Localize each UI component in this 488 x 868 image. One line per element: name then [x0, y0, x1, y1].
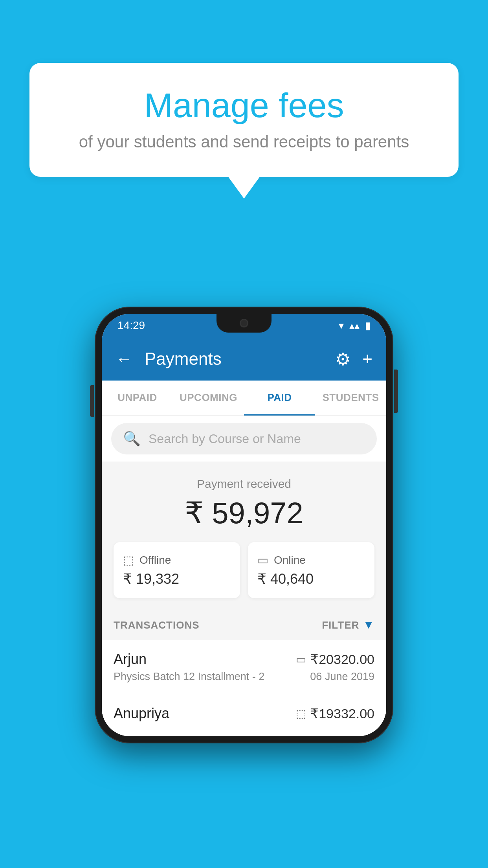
- app-bar-title: Payments: [145, 349, 323, 369]
- transaction-course-arjun: Physics Batch 12 Installment - 2: [114, 671, 264, 683]
- phone-screen: 14:29 ▾ ▴▴ ▮ ← Payments ⚙ + UNPAID UPCOM…: [102, 314, 386, 736]
- transactions-label: TRANSACTIONS: [114, 619, 200, 631]
- payment-summary: Payment received ₹ 59,972 ⬚ Offline ₹ 19…: [102, 462, 386, 610]
- offline-icon-anupriya: ⬚: [296, 707, 306, 720]
- status-time: 14:29: [117, 319, 145, 332]
- volume-button: [90, 385, 94, 417]
- transaction-top-anupriya: Anupriya ⬚ ₹19332.00: [114, 705, 374, 722]
- speech-bubble-subtitle: of your students and send receipts to pa…: [61, 132, 427, 151]
- search-input[interactable]: Search by Course or Name: [149, 432, 301, 446]
- power-button: [394, 370, 398, 413]
- search-container: 🔍 Search by Course or Name: [102, 416, 386, 462]
- offline-label: Offline: [139, 554, 171, 566]
- transaction-amount-arjun: ▭ ₹20320.00: [296, 651, 374, 667]
- offline-icon: ⬚: [123, 553, 134, 567]
- transaction-name-anupriya: Anupriya: [114, 705, 169, 722]
- online-label: Online: [274, 554, 306, 566]
- online-card-header: ▭ Online: [257, 553, 365, 567]
- transaction-date-arjun: 06 June 2019: [310, 671, 374, 683]
- payment-cards: ⬚ Offline ₹ 19,332 ▭ Online ₹ 40,640: [114, 542, 374, 598]
- payment-received-label: Payment received: [114, 477, 374, 491]
- tab-students[interactable]: STUDENTS: [315, 381, 386, 416]
- transaction-row-anupriya[interactable]: Anupriya ⬚ ₹19332.00: [102, 694, 386, 736]
- phone-outer: 14:29 ▾ ▴▴ ▮ ← Payments ⚙ + UNPAID UPCOM…: [95, 307, 393, 743]
- speech-bubble-title: Manage fees: [61, 86, 427, 125]
- speech-bubble-arrow: [228, 177, 260, 199]
- battery-icon: ▮: [365, 320, 371, 332]
- filter-label: FILTER: [322, 619, 359, 631]
- payment-total-amount: ₹ 59,972: [114, 495, 374, 530]
- tab-unpaid[interactable]: UNPAID: [102, 381, 173, 416]
- offline-amount: ₹ 19,332: [123, 571, 231, 587]
- tabs-bar: UNPAID UPCOMING PAID STUDENTS: [102, 381, 386, 416]
- transaction-bottom-arjun: Physics Batch 12 Installment - 2 06 June…: [114, 671, 374, 683]
- notch: [216, 314, 272, 333]
- transaction-amount-value-arjun: ₹20320.00: [310, 651, 374, 667]
- app-bar: ← Payments ⚙ +: [102, 337, 386, 381]
- tab-upcoming[interactable]: UPCOMING: [173, 381, 244, 416]
- speech-bubble-container: Manage fees of your students and send re…: [29, 63, 459, 199]
- offline-card: ⬚ Offline ₹ 19,332: [114, 542, 240, 598]
- online-icon: ▭: [257, 553, 268, 567]
- settings-button[interactable]: ⚙: [335, 349, 350, 369]
- transaction-top-arjun: Arjun ▭ ₹20320.00: [114, 651, 374, 668]
- speech-bubble: Manage fees of your students and send re…: [29, 63, 459, 177]
- filter-button[interactable]: FILTER ▼: [322, 619, 374, 631]
- transaction-name-arjun: Arjun: [114, 651, 147, 668]
- transactions-header: TRANSACTIONS FILTER ▼: [102, 610, 386, 640]
- add-button[interactable]: +: [362, 349, 372, 369]
- signal-icon: ▴▴: [349, 320, 360, 332]
- tab-paid[interactable]: PAID: [244, 381, 315, 416]
- filter-icon: ▼: [363, 619, 374, 631]
- status-icons: ▾ ▴▴ ▮: [339, 320, 371, 332]
- search-bar[interactable]: 🔍 Search by Course or Name: [111, 423, 377, 454]
- card-icon-arjun: ▭: [296, 653, 306, 666]
- wifi-icon: ▾: [339, 320, 344, 332]
- transaction-amount-anupriya: ⬚ ₹19332.00: [296, 706, 374, 721]
- status-bar: 14:29 ▾ ▴▴ ▮: [102, 314, 386, 337]
- transaction-amount-value-anupriya: ₹19332.00: [310, 706, 374, 721]
- phone-mockup: 14:29 ▾ ▴▴ ▮ ← Payments ⚙ + UNPAID UPCOM…: [95, 307, 393, 743]
- transaction-row[interactable]: Arjun ▭ ₹20320.00 Physics Batch 12 Insta…: [102, 640, 386, 694]
- back-button[interactable]: ←: [116, 349, 133, 369]
- offline-card-header: ⬚ Offline: [123, 553, 231, 567]
- online-amount: ₹ 40,640: [257, 571, 365, 587]
- camera: [240, 319, 248, 327]
- search-icon: 🔍: [123, 430, 141, 447]
- online-card: ▭ Online ₹ 40,640: [248, 542, 374, 598]
